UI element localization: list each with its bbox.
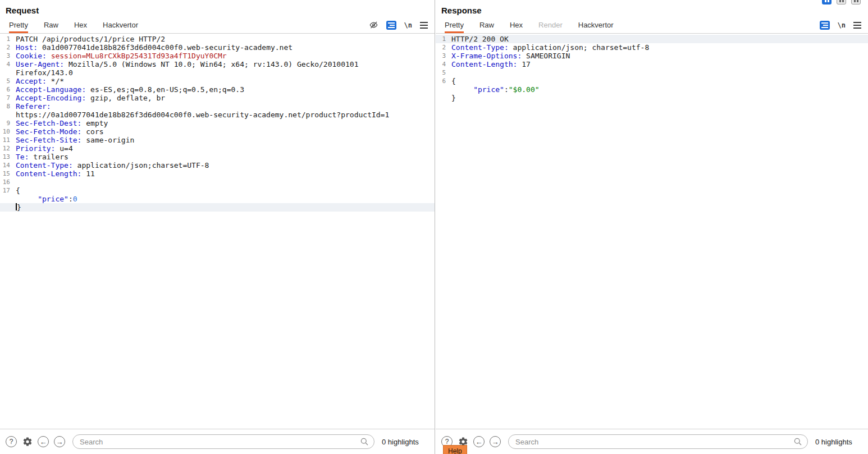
code-line: 5Accept: */* [0, 77, 435, 85]
code-line: 5 [436, 68, 868, 77]
code-line: 1PATCH /api/products/1/price HTTP/2 [0, 35, 435, 43]
request-tab-pretty[interactable]: Pretty [9, 17, 28, 33]
layout-rows-icon[interactable] [837, 0, 846, 4]
code-line: 1HTTP/2 200 OK [436, 35, 868, 43]
response-tab-render: Render [538, 17, 563, 33]
request-editor[interactable]: 1PATCH /api/products/1/price HTTP/22Host… [0, 34, 435, 429]
code-line: https://0a1d0077041de18b826f3d6d004c00f0… [0, 111, 435, 119]
line-number: 6 [436, 77, 446, 85]
prev-match-icon[interactable]: ← [38, 436, 49, 447]
pretty-print-icon[interactable] [386, 21, 396, 30]
line-number: 3 [436, 52, 446, 60]
request-search-bar: ? ← → 0 highlights [0, 429, 435, 454]
line-number [436, 85, 446, 94]
request-search-wrap [72, 434, 374, 449]
line-number: 3 [0, 52, 10, 60]
line-number: 1 [436, 35, 446, 43]
response-search-bar: ? ← → 0 highlights [436, 429, 868, 454]
response-highlight-count: 0 highlights [815, 438, 862, 446]
line-number: 16 [0, 178, 10, 186]
code-line: 15Content-Length: 11 [0, 169, 435, 178]
code-line: 13Te: trailers [0, 153, 435, 161]
code-line: 10Sec-Fetch-Mode: cors [0, 127, 435, 136]
code-line: 14Content-Type: application/json;charset… [0, 161, 435, 169]
search-icon [360, 437, 369, 448]
line-number: 12 [0, 144, 10, 153]
line-number [0, 195, 10, 203]
code-line: 16 [0, 178, 435, 186]
response-title: Response [436, 0, 868, 17]
next-match-icon[interactable]: → [490, 436, 501, 447]
prev-match-icon[interactable]: ← [473, 436, 485, 447]
request-search-input[interactable] [72, 434, 374, 449]
response-tab-hex[interactable]: Hex [510, 17, 523, 33]
code-line: 11Sec-Fetch-Site: same-origin [0, 136, 435, 144]
newline-toggle-icon[interactable]: \n [838, 20, 846, 30]
code-line: "price":0 [0, 195, 435, 203]
pretty-print-icon[interactable] [820, 21, 830, 30]
request-toolbar: \n [369, 17, 435, 33]
newline-toggle-icon[interactable]: \n [404, 20, 412, 30]
line-number: 17 [0, 186, 10, 195]
layout-controls [822, 0, 861, 4]
line-number [436, 94, 446, 102]
request-tab-hackvertor[interactable]: Hackvertor [103, 17, 138, 33]
line-number: 7 [0, 94, 10, 102]
code-line: 17{ [0, 186, 435, 195]
response-tab-raw[interactable]: Raw [479, 17, 494, 33]
line-number: 15 [0, 169, 10, 178]
line-number: 14 [0, 161, 10, 169]
response-tab-bar: Pretty Raw Hex Render Hackvertor \n [436, 17, 868, 34]
code-line: 12Priority: u=4 [0, 144, 435, 153]
response-search-wrap [508, 434, 808, 449]
line-number: 11 [0, 136, 10, 144]
response-tab-pretty[interactable]: Pretty [445, 17, 464, 33]
code-line: Firefox/143.0 [0, 68, 435, 77]
line-number [0, 111, 10, 119]
line-number: 10 [0, 127, 10, 136]
help-tooltip: Help [443, 445, 467, 454]
line-number: 4 [0, 60, 10, 68]
response-search-input[interactable] [508, 434, 808, 449]
help-icon[interactable]: ? [6, 436, 17, 447]
request-panel: Request Pretty Raw Hex Hackvertor \n 1PA… [0, 0, 435, 454]
code-line: 9Sec-Fetch-Dest: empty [0, 119, 435, 127]
hide-nonprintable-eye-icon[interactable] [369, 20, 378, 30]
search-settings-gear-icon[interactable] [22, 437, 33, 447]
code-line: 2Host: 0a1d0077041de18b826f3d6d004c00f0.… [0, 43, 435, 52]
request-tab-hex[interactable]: Hex [74, 17, 87, 33]
code-line: } [0, 203, 435, 212]
code-line: 8Referer: [0, 102, 435, 111]
line-number [0, 68, 10, 77]
editor-menu-icon[interactable] [853, 20, 861, 30]
request-highlight-count: 0 highlights [382, 438, 429, 446]
line-number: 6 [0, 85, 10, 94]
request-tab-bar: Pretty Raw Hex Hackvertor \n [0, 17, 435, 34]
response-editor[interactable]: 1HTTP/2 200 OK2Content-Type: application… [436, 34, 868, 429]
layout-single-icon[interactable] [851, 0, 861, 4]
line-number: 2 [436, 43, 446, 52]
code-line: } [436, 94, 868, 102]
code-line: 7Accept-Encoding: gzip, deflate, br [0, 94, 435, 102]
code-line: "price":"$0.00" [436, 85, 868, 94]
code-line: 6{ [436, 77, 868, 85]
line-number: 4 [436, 60, 446, 68]
response-toolbar: \n [820, 17, 868, 33]
line-number: 5 [436, 68, 446, 77]
code-line: 4Content-Length: 17 [436, 60, 868, 68]
line-number: 8 [0, 102, 10, 111]
code-line: 6Accept-Language: es-ES,es;q=0.8,en-US;q… [0, 85, 435, 94]
line-number: 9 [0, 119, 10, 127]
request-tab-raw[interactable]: Raw [44, 17, 58, 33]
layout-columns-active-icon[interactable] [822, 0, 832, 4]
search-icon [793, 437, 802, 448]
request-title: Request [0, 0, 435, 17]
line-number: 2 [0, 43, 10, 52]
code-line: 4User-Agent: Mozilla/5.0 (Windows NT 10.… [0, 60, 435, 68]
code-line: 2Content-Type: application/json; charset… [436, 43, 868, 52]
editor-menu-icon[interactable] [420, 20, 428, 30]
next-match-icon[interactable]: → [54, 436, 65, 447]
response-tab-hackvertor[interactable]: Hackvertor [578, 17, 614, 33]
line-number: 13 [0, 153, 10, 161]
line-number [0, 203, 10, 212]
